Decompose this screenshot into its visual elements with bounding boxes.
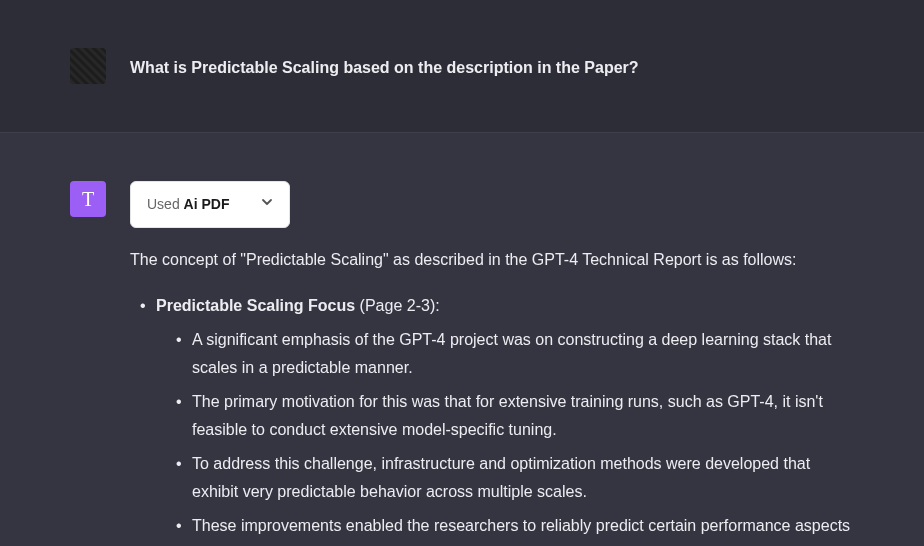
list-item: To address this challenge, infrastructur…: [176, 450, 854, 506]
user-message: What is Predictable Scaling based on the…: [0, 0, 924, 133]
bullet-list: Predictable Scaling Focus (Page 2-3): A …: [130, 292, 854, 547]
chevron-down-icon: [261, 194, 273, 215]
assistant-message: T Used Ai PDF The concept of "Predictabl…: [0, 133, 924, 546]
plugin-name: Ai PDF: [184, 196, 230, 212]
list-item: A significant emphasis of the GPT-4 proj…: [176, 326, 854, 382]
bullet-page-ref: (Page 2-3):: [355, 297, 439, 314]
plugin-used-button[interactable]: Used Ai PDF: [130, 181, 290, 228]
assistant-avatar-letter: T: [82, 188, 94, 211]
sub-bullet-list: A significant emphasis of the GPT-4 proj…: [156, 326, 854, 547]
bullet-title: Predictable Scaling Focus: [156, 297, 355, 314]
assistant-intro: The concept of "Predictable Scaling" as …: [130, 246, 854, 274]
user-avatar: [70, 48, 106, 84]
list-item: These improvements enabled the researche…: [176, 512, 854, 547]
assistant-avatar: T: [70, 181, 106, 217]
plugin-prefix: Used: [147, 196, 184, 212]
list-item: The primary motivation for this was that…: [176, 388, 854, 444]
user-question-text: What is Predictable Scaling based on the…: [130, 48, 854, 84]
list-item: Predictable Scaling Focus (Page 2-3): A …: [140, 292, 854, 547]
